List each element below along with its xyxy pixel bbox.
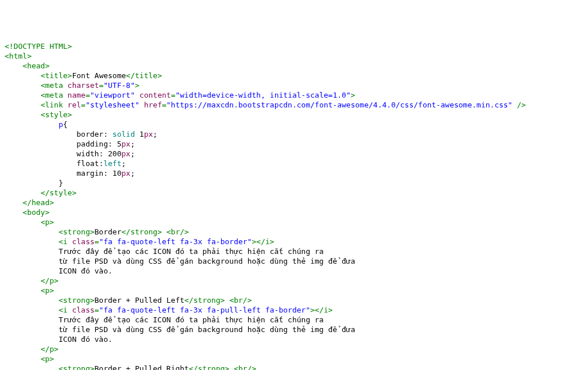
i-close: </i> [256,237,274,246]
attr-name: name [68,91,86,99]
attr-rel: rel [68,101,81,109]
doctype: <!DOCTYPE HTML> [5,42,72,51]
content-val: "width=device-width, initial-scale=1.0" [175,91,350,99]
br-tag: <br/> [167,228,189,236]
brace-open: { [63,120,68,129]
unit-px: px [122,149,131,158]
css-prop-border: border [76,130,103,138]
href-val: "https://maxcdn.bootstrapcdn.com/font-aw… [167,101,513,109]
css-kw-solid: solid [113,130,135,138]
p1-line1: Trước đây để tạo các ICON đó ta phải thự… [59,247,324,256]
attr-class: class [72,237,94,246]
colon: : [108,140,117,148]
p-close: </p> [41,276,59,285]
p2-line2: từ file PSD và dùng CSS để gán backgroun… [59,325,355,334]
strong-close: </strong> [184,296,225,305]
i-close: </i> [315,306,332,314]
num: 1 [140,130,144,138]
charset-val: "UTF-8" [103,81,135,90]
title-close: </title> [126,71,162,80]
class-val: "fa fa-quote-left fa-3x fa-pull-left fa-… [99,306,310,314]
body-open: <body> [22,208,49,217]
num: 5 [117,140,122,148]
p-open: <p> [41,354,54,363]
strong-open: <strong> [59,228,95,236]
css-prop-float: float [76,159,99,168]
strong-open: <strong> [59,364,95,370]
strong-open: <strong> [59,296,95,305]
class-val: "fa fa-quote-left fa-3x fa-border" [99,237,252,246]
p-close: </p> [41,345,59,353]
css-prop-padding: padding [76,140,108,148]
p1-line3: ICON đó vào. [59,267,113,275]
i-open: <i [59,306,68,314]
meta-close: > [135,81,140,90]
head-open: <head> [22,61,49,70]
title-text: Font Awesome [72,71,126,80]
p1-line2: từ file PSD và dùng CSS để gán backgroun… [59,257,355,265]
eq: = [86,91,90,99]
colon: : [103,169,113,178]
html-open: <html> [5,52,32,60]
eq: = [81,101,86,109]
num: 10 [113,169,122,178]
p-open: <p> [41,218,54,226]
brace-close: } [59,179,63,187]
meta-open: <meta [41,81,63,90]
semicolon: ; [130,149,135,158]
colon: : [99,149,108,158]
css-prop-margin: margin [76,169,103,178]
style-close: </style> [41,188,77,197]
attr-charset: charset [68,81,99,90]
unit-px: px [144,130,153,138]
attr-class: class [72,306,94,314]
unit-px: px [122,140,131,148]
head-close: </head> [22,198,54,207]
strong-text: Border + Pulled Right [95,364,189,370]
meta-open: <meta [41,91,63,99]
strong-close: </strong> [189,364,229,370]
eq: = [162,101,167,109]
i-mid: > [310,306,315,314]
unit-px: px [122,169,131,178]
strong-text: Border [95,228,122,236]
colon: : [103,130,113,138]
link-close: /> [512,101,525,109]
strong-text: Border + Pulled Left [95,296,185,305]
p-open: <p> [41,286,54,295]
css-kw-left: left [103,159,121,168]
rel-val: "stylesheet" [86,101,140,109]
br-tag: <br/> [229,296,252,305]
css-prop-width: width [76,149,99,158]
semicolon: ; [130,140,135,148]
css-selector: p [59,120,63,129]
link-open: <link [41,101,63,109]
semicolon: ; [122,159,126,168]
meta-close: > [351,91,355,99]
attr-href: href [144,101,162,109]
num: 200 [108,149,121,158]
code-block: <!DOCTYPE HTML> <html> <head> <title>Fon… [5,41,583,370]
title-open: <title> [41,71,72,80]
p2-line3: ICON đó vào. [59,335,113,344]
br-tag: <br/> [234,364,256,370]
semicolon: ; [130,169,135,178]
style-open: <style> [41,110,72,119]
strong-close: </strong> [122,228,162,236]
p2-line1: Trước đây để tạo các ICON đó ta phải thự… [59,315,324,324]
i-open: <i [59,237,68,246]
semicolon: ; [153,130,157,138]
attr-content: content [140,91,171,99]
name-val: "viewport" [90,91,135,99]
